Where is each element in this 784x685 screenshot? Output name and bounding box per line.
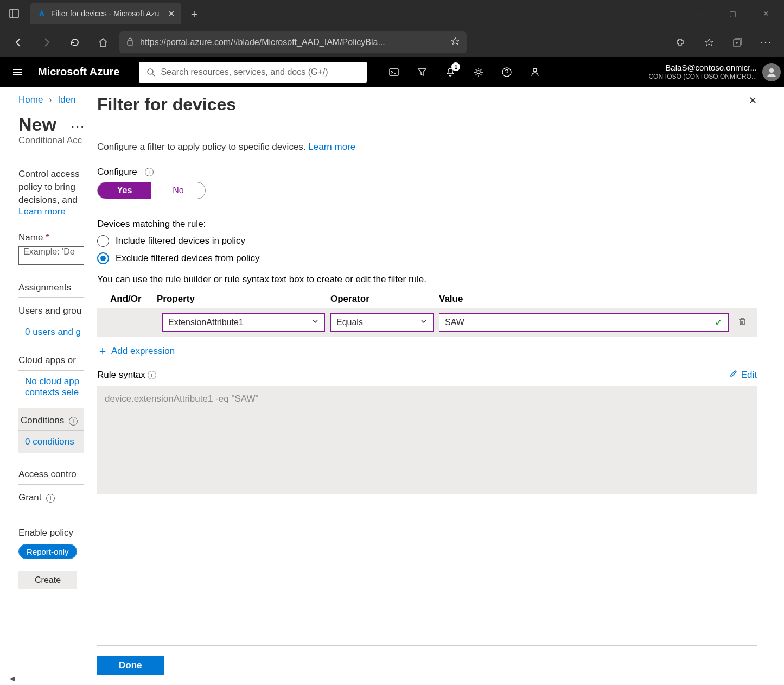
feedback-icon[interactable] xyxy=(523,60,547,84)
scroll-left-icon[interactable]: ◄ xyxy=(9,674,16,683)
access-controls-header: Access contro xyxy=(18,469,89,485)
rule-hint: You can use the rule builder or rule syn… xyxy=(97,274,757,285)
cloud-shell-icon[interactable] xyxy=(382,60,406,84)
done-button[interactable]: Done xyxy=(97,656,164,675)
col-property: Property xyxy=(157,294,330,305)
extensions-icon[interactable] xyxy=(669,30,693,54)
rule-syntax-textbox[interactable]: device.extensionAttribute1 -eq "SAW" xyxy=(97,386,757,494)
svg-point-13 xyxy=(769,68,774,73)
pencil-icon xyxy=(729,369,738,380)
new-tab-button[interactable]: ＋ xyxy=(181,7,207,21)
minimize-button[interactable]: ─ xyxy=(685,3,712,24)
include-option[interactable]: Include filtered devices in policy xyxy=(97,235,757,247)
add-expression-button[interactable]: ＋ Add expression xyxy=(97,344,757,358)
svg-point-12 xyxy=(533,68,537,72)
value-input[interactable]: SAW ✓ xyxy=(439,313,729,332)
users-groups-item[interactable]: Users and grou xyxy=(18,298,89,321)
more-icon[interactable]: … xyxy=(70,114,85,131)
configure-no[interactable]: No xyxy=(151,182,205,199)
svg-rect-0 xyxy=(10,9,18,18)
user-email: BalaS@contoso.onmicr... xyxy=(648,63,757,73)
svg-point-10 xyxy=(477,71,480,74)
radio-checked-icon[interactable] xyxy=(97,252,109,264)
breadcrumb-item[interactable]: Iden xyxy=(58,94,76,105)
property-select[interactable]: ExtensionAttribute1 xyxy=(162,313,325,332)
delete-row-button[interactable] xyxy=(737,316,753,328)
configure-toggle[interactable]: Yes No xyxy=(97,182,206,199)
policy-description: Control access policy to bring decisions… xyxy=(18,168,89,206)
user-tenant: CONTOSO (CONTOSO.ONMICRO... xyxy=(648,73,757,80)
directory-filter-icon[interactable] xyxy=(410,60,434,84)
plus-icon: ＋ xyxy=(97,344,108,358)
favorites-icon[interactable] xyxy=(697,30,721,54)
chevron-down-icon xyxy=(311,318,319,327)
favorite-icon[interactable] xyxy=(450,36,460,48)
users-groups-value[interactable]: 0 users and g xyxy=(18,321,89,338)
svg-rect-2 xyxy=(128,41,133,45)
user-account[interactable]: BalaS@contoso.onmicr... CONTOSO (CONTOSO… xyxy=(648,63,784,81)
rule-syntax-label: Rule syntax xyxy=(97,370,145,380)
learn-more-link[interactable]: Learn more xyxy=(18,206,89,217)
info-icon[interactable]: i xyxy=(148,371,156,379)
browser-tab[interactable]: Filter for devices - Microsoft Azu ✕ xyxy=(30,3,181,24)
notifications-icon[interactable]: 1 xyxy=(438,60,462,84)
page-title: New xyxy=(18,114,56,135)
enable-policy-toggle[interactable]: Report-only xyxy=(18,544,77,559)
breadcrumb[interactable]: Home › Iden xyxy=(18,94,89,105)
azure-favicon-icon xyxy=(37,9,47,18)
breadcrumb-home[interactable]: Home xyxy=(18,94,43,105)
cloud-apps-value[interactable]: No cloud appcontexts sele xyxy=(18,371,89,398)
info-icon[interactable]: i xyxy=(69,417,78,426)
home-button[interactable] xyxy=(91,30,115,54)
sidebar-toggle-icon[interactable] xyxy=(4,4,24,23)
notification-badge: 1 xyxy=(451,62,460,71)
close-window-button[interactable]: ✕ xyxy=(753,3,780,24)
conditions-value[interactable]: 0 conditions xyxy=(18,431,89,453)
svg-rect-9 xyxy=(390,69,398,75)
collections-icon[interactable] xyxy=(725,30,749,54)
tab-close-icon[interactable]: ✕ xyxy=(168,9,175,19)
forward-button xyxy=(35,30,59,54)
edit-syntax-button[interactable]: Edit xyxy=(729,369,757,380)
svg-line-8 xyxy=(152,74,155,76)
configure-yes[interactable]: Yes xyxy=(98,182,151,199)
brand-label[interactable]: Microsoft Azure xyxy=(38,66,119,78)
lock-icon xyxy=(126,37,135,48)
rule-builder-table: And/Or Property Operator Value Extension… xyxy=(97,290,757,337)
grant-item[interactable]: Grant i xyxy=(18,485,89,508)
assignments-header: Assignments xyxy=(18,282,89,298)
report-only-option[interactable]: Report-only xyxy=(19,544,77,559)
enable-policy-label: Enable policy xyxy=(18,528,89,538)
blade-title: Filter for devices xyxy=(97,94,236,115)
info-icon[interactable]: i xyxy=(145,168,154,176)
settings-icon[interactable] xyxy=(467,60,490,84)
chevron-right-icon: › xyxy=(46,94,55,105)
name-field-label: Name * xyxy=(18,232,89,243)
chevron-down-icon xyxy=(420,318,428,327)
hamburger-menu-icon[interactable] xyxy=(8,62,27,82)
policy-name-input[interactable]: Example: 'De xyxy=(18,246,89,265)
create-button[interactable]: Create xyxy=(18,571,77,589)
search-placeholder: Search resources, services, and docs (G+… xyxy=(161,67,328,77)
close-blade-button[interactable]: ✕ xyxy=(749,94,757,106)
exclude-option[interactable]: Exclude filtered devices from policy xyxy=(97,252,757,264)
blade-description: Configure a filter to apply policy to sp… xyxy=(97,142,757,153)
col-operator: Operator xyxy=(330,294,439,305)
radio-unchecked-icon[interactable] xyxy=(97,235,109,247)
col-andor: And/Or xyxy=(97,294,157,305)
matching-rule-label: Devices matching the rule: xyxy=(97,219,757,230)
url-bar[interactable]: https://portal.azure.com/#blade/Microsof… xyxy=(119,31,467,53)
refresh-button[interactable] xyxy=(63,30,87,54)
back-button[interactable] xyxy=(7,30,30,54)
cloud-apps-item[interactable]: Cloud apps or xyxy=(18,347,89,371)
help-icon[interactable] xyxy=(495,60,519,84)
info-icon[interactable]: i xyxy=(46,494,55,503)
menu-icon[interactable]: ⋯ xyxy=(754,30,777,54)
operator-select[interactable]: Equals xyxy=(330,313,434,332)
conditions-item[interactable]: Conditions i xyxy=(18,408,89,431)
search-input[interactable]: Search resources, services, and docs (G+… xyxy=(139,62,367,83)
configure-label: Configure xyxy=(97,167,137,177)
maximize-button[interactable]: ▢ xyxy=(719,3,746,24)
page-subhead: Conditional Acc xyxy=(18,135,89,146)
learn-more-link[interactable]: Learn more xyxy=(308,142,355,152)
